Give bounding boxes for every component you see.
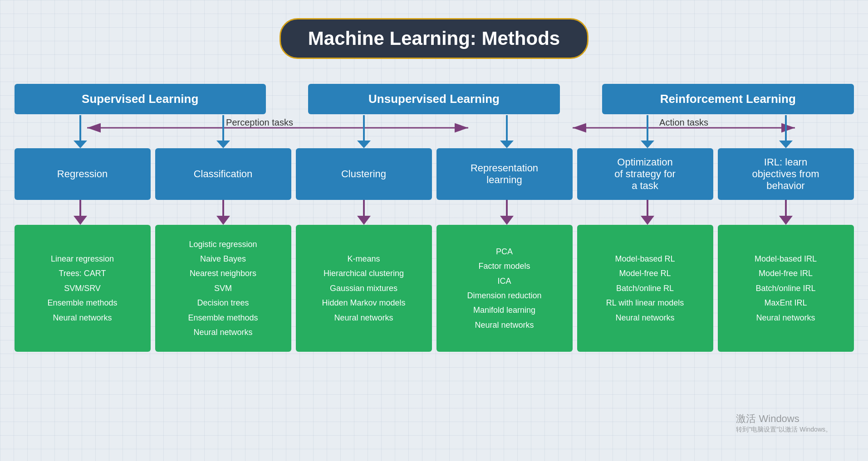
classification-box: Classification bbox=[155, 148, 291, 200]
bottom-optimization-box: Model-based RL Model-free RL Batch/onlin… bbox=[577, 225, 713, 352]
mid-boxes-row: Regression Classification Clustering Rep… bbox=[15, 148, 854, 200]
svg-marker-34 bbox=[779, 216, 793, 225]
irl-box: IRL: learn objectives from behavior bbox=[718, 148, 854, 200]
bottom-irl-box: Model-based IRL Model-free IRL Batch/onl… bbox=[718, 225, 854, 352]
svg-text:Perception tasks: Perception tasks bbox=[226, 117, 293, 127]
unsupervised-learning-box: Unsupervised Learning bbox=[308, 84, 559, 114]
svg-marker-26 bbox=[216, 216, 230, 225]
connector-svg-1: Perception tasks Action tasks bbox=[15, 114, 854, 148]
bottom-clustering-box: K-means Hierarchical clustering Gaussian… bbox=[296, 225, 432, 352]
svg-marker-11 bbox=[74, 141, 87, 148]
svg-text:Action tasks: Action tasks bbox=[659, 117, 708, 127]
supervised-learning-box: Supervised Learning bbox=[15, 84, 266, 114]
svg-marker-28 bbox=[357, 216, 371, 225]
svg-marker-30 bbox=[500, 216, 514, 225]
bottom-boxes-row: Linear regression Trees: CART SVM/SRV En… bbox=[15, 225, 854, 352]
connector-area-1: Perception tasks Action tasks bbox=[15, 114, 854, 148]
watermark: 激活 Windows 转到"电脑设置"以激活 Windows。 bbox=[736, 412, 832, 434]
bottom-regression-box: Linear regression Trees: CART SVM/SRV En… bbox=[15, 225, 151, 352]
svg-marker-13 bbox=[216, 141, 230, 148]
regression-box: Regression bbox=[15, 148, 151, 200]
svg-marker-19 bbox=[641, 141, 654, 148]
regression-items: Linear regression Trees: CART SVM/SRV En… bbox=[47, 252, 117, 325]
bottom-classification-box: Logistic regression Naive Bayes Nearest … bbox=[155, 225, 291, 352]
bottom-representation-box: PCA Factor models ICA Dimension reductio… bbox=[436, 225, 573, 352]
classification-items: Logistic regression Naive Bayes Nearest … bbox=[188, 237, 258, 340]
svg-marker-32 bbox=[641, 216, 654, 225]
representation-learning-box: Representation learning bbox=[436, 148, 573, 200]
svg-marker-17 bbox=[500, 141, 514, 148]
clustering-box: Clustering bbox=[296, 148, 432, 200]
optimization-items: Model-based RL Model-free RL Batch/onlin… bbox=[606, 252, 684, 325]
connector-area-2 bbox=[15, 200, 854, 225]
optimization-box: Optimization of strategy for a task bbox=[577, 148, 713, 200]
reinforcement-learning-box: Reinforcement Learning bbox=[602, 84, 853, 114]
representation-items: PCA Factor models ICA Dimension reductio… bbox=[467, 244, 541, 332]
clustering-items: K-means Hierarchical clustering Gaussian… bbox=[322, 252, 405, 325]
irl-items: Model-based IRL Model-free IRL Batch/onl… bbox=[755, 252, 817, 325]
svg-marker-24 bbox=[74, 216, 87, 225]
top-categories-row: Supervised Learning Unsupervised Learnin… bbox=[15, 84, 854, 114]
diagram-container: Machine Learning: Methods Supervised Lea… bbox=[15, 9, 854, 352]
svg-marker-21 bbox=[779, 141, 793, 148]
title-box: Machine Learning: Methods bbox=[280, 18, 588, 59]
svg-marker-15 bbox=[357, 141, 371, 148]
connector-svg-2 bbox=[15, 200, 854, 225]
page-title: Machine Learning: Methods bbox=[308, 28, 560, 49]
